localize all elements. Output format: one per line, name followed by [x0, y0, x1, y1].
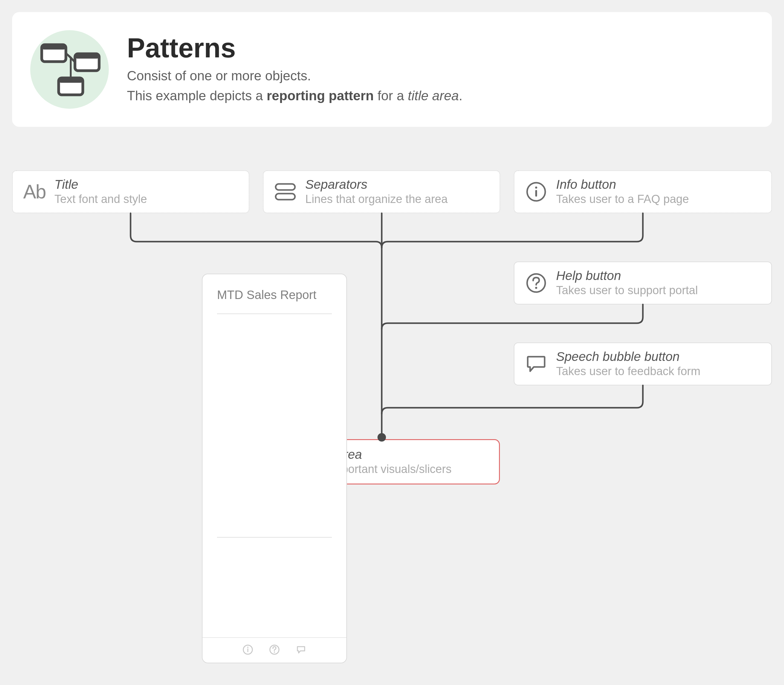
header-sub2-pre: This example depicts a	[127, 88, 267, 103]
separators-icon	[273, 180, 298, 204]
object-card-info: Info button Takes user to a FAQ page	[514, 170, 772, 213]
header-sub2-mid: for a	[374, 88, 408, 103]
text-icon-glyph: Ab	[23, 180, 46, 203]
header-sub2-italic: title area	[408, 88, 459, 103]
object-card-title: Ab Title Text font and style	[12, 170, 249, 213]
svg-rect-3	[75, 54, 99, 58]
svg-point-12	[535, 187, 537, 189]
object-help-label: Help button	[556, 269, 698, 283]
header-subtitle-2: This example depicts a reporting pattern…	[127, 87, 462, 104]
header-sub2-post: .	[459, 88, 462, 103]
footer-help-icon	[268, 644, 280, 657]
object-separators-label: Separators	[305, 178, 447, 192]
svg-rect-10	[276, 193, 295, 200]
svg-rect-9	[276, 184, 295, 190]
svg-rect-5	[59, 78, 83, 83]
svg-rect-23	[247, 648, 249, 652]
report-title: MTD Sales Report	[217, 288, 316, 302]
text-icon: Ab	[22, 180, 47, 204]
object-card-speech: Speech bubble button Takes user to feedb…	[514, 342, 772, 385]
svg-point-22	[247, 647, 249, 648]
report-separator-top	[217, 313, 332, 314]
header-title: Patterns	[127, 32, 462, 64]
object-title-desc: Text font and style	[54, 193, 147, 206]
object-card-separators: Separators Lines that organize the area	[263, 170, 500, 213]
footer-info-icon	[242, 644, 254, 657]
report-footer	[202, 637, 346, 663]
info-icon	[524, 180, 548, 204]
object-title-label: Title	[54, 178, 147, 192]
object-info-desc: Takes user to a FAQ page	[556, 193, 689, 206]
header-subtitle-1: Consist of one or more objects.	[127, 67, 462, 84]
svg-rect-1	[42, 45, 66, 50]
object-info-label: Info button	[556, 178, 689, 192]
report-mockup: MTD Sales Report	[202, 274, 347, 663]
help-icon	[524, 271, 548, 295]
header-card: Patterns Consist of one or more objects.…	[12, 12, 772, 127]
svg-point-15	[535, 287, 537, 289]
header-sub2-bold: reporting pattern	[267, 88, 374, 103]
report-separator-bottom	[217, 537, 332, 537]
svg-point-25	[274, 651, 275, 653]
patterns-hero-icon	[30, 30, 109, 109]
svg-rect-13	[535, 190, 537, 196]
object-speech-label: Speech bubble button	[556, 350, 700, 364]
footer-speech-icon	[295, 644, 307, 657]
object-separators-desc: Lines that organize the area	[305, 193, 447, 206]
speech-bubble-icon	[524, 352, 548, 376]
object-speech-desc: Takes user to feedback form	[556, 365, 700, 378]
object-help-desc: Takes user to support portal	[556, 284, 698, 297]
object-card-help: Help button Takes user to support portal	[514, 261, 772, 304]
